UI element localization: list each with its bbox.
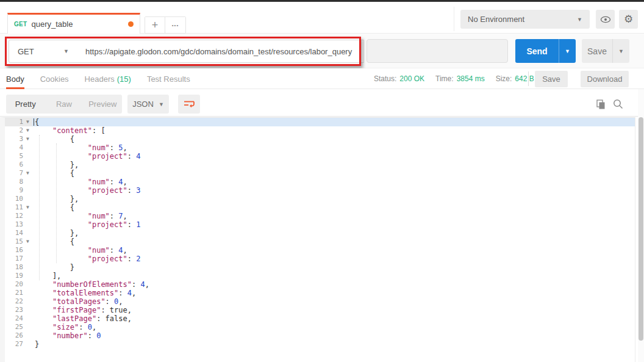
fold-spacer (23, 272, 32, 280)
tab-cookies[interactable]: Cookies (40, 68, 69, 89)
tab-method-label: GET (14, 21, 27, 27)
fold-spacer (23, 331, 32, 340)
language-dropdown[interactable]: JSON ▼ (127, 95, 169, 114)
code-line: 1▼{ (5, 118, 635, 126)
code-text: "num": 4, (32, 178, 635, 186)
more-tabs-button[interactable]: ••• (165, 17, 185, 33)
code-text: { (32, 169, 635, 178)
indent-guide (39, 135, 40, 280)
line-number: 2 (5, 126, 23, 135)
settings-button[interactable]: ⚙ (619, 10, 638, 29)
fold-toggle-icon[interactable]: ▼ (23, 135, 32, 143)
code-text: }, (32, 229, 635, 237)
wrap-lines-button[interactable] (178, 95, 200, 114)
fold-toggle-icon[interactable]: ▼ (23, 126, 32, 135)
tab-body[interactable]: Body (6, 68, 24, 89)
code-text: "num": 4, (32, 246, 635, 255)
fold-spacer (23, 280, 32, 289)
status-value: 200 OK (399, 74, 424, 83)
size-label: Size: (496, 74, 512, 83)
environment-selector[interactable]: No Environment ▼ (460, 10, 590, 29)
copy-icon (596, 100, 606, 109)
fold-spacer (23, 220, 32, 229)
code-line: 25 "size": 0, (5, 323, 635, 331)
response-meta-bar: Body Cookies Headers(15) Test Results St… (0, 68, 644, 89)
line-number: 4 (5, 143, 23, 152)
send-options-button[interactable]: ▼ (559, 39, 576, 63)
headers-count-badge: (15) (117, 74, 131, 84)
save-request-button[interactable]: Save ▼ (582, 39, 629, 63)
fold-spacer (23, 306, 32, 314)
line-number: 10 (5, 195, 23, 203)
meta-divider (528, 71, 529, 86)
save-response-button[interactable]: Save (535, 71, 568, 87)
request-tab[interactable]: GET query_table (7, 13, 140, 34)
line-number: 16 (5, 246, 23, 255)
fold-toggle-icon[interactable]: ▼ (23, 237, 32, 246)
line-number: 12 (5, 212, 23, 220)
code-text: "number": 0 (32, 331, 635, 340)
mode-raw[interactable]: Raw (45, 100, 83, 109)
scrollbar-thumb[interactable] (639, 117, 643, 341)
tab-bar: GET query_table + ••• No Environment ▼ ⚙ (0, 2, 644, 34)
download-button[interactable]: Download (581, 71, 629, 87)
code-editor-lines: 1▼{2▼ "content": [3▼ {4 "num": 5,5 "proj… (5, 118, 635, 349)
method-dropdown[interactable]: GET ▼ (9, 40, 78, 63)
fold-spacer (23, 297, 32, 306)
code-line: 9 "project": 3 (5, 186, 635, 195)
line-number: 25 (5, 323, 23, 331)
fold-spacer (23, 178, 32, 186)
tab-test-results[interactable]: Test Results (147, 68, 190, 89)
fold-spacer (23, 186, 32, 195)
search-button[interactable] (613, 99, 623, 109)
code-line: 13 "project": 1 (5, 220, 635, 229)
line-number: 8 (5, 178, 23, 186)
fold-spacer (23, 143, 32, 152)
code-text: } (32, 340, 635, 349)
line-number: 20 (5, 280, 23, 289)
search-icon (613, 99, 623, 109)
wrap-text-icon (184, 100, 195, 109)
fold-toggle-icon[interactable]: ▼ (23, 169, 32, 178)
code-text: { (32, 237, 635, 246)
postman-window: GET query_table + ••• No Environment ▼ ⚙… (0, 0, 644, 362)
fold-spacer (23, 323, 32, 331)
new-tab-button[interactable]: + (145, 17, 165, 33)
copy-button[interactable] (596, 100, 606, 109)
line-number: 17 (5, 255, 23, 263)
save-label: Save (582, 39, 613, 63)
url-input-extension[interactable] (367, 39, 508, 63)
response-body-editor[interactable]: 1▼{2▼ "content": [3▼ {4 "num": 5,5 "proj… (0, 117, 635, 362)
save-options-button[interactable]: ▼ (613, 39, 629, 63)
fold-toggle-icon[interactable]: ▼ (23, 203, 32, 212)
mode-pretty[interactable]: Pretty (6, 100, 45, 109)
code-text: "size": 0, (32, 323, 635, 331)
line-number: 5 (5, 152, 23, 161)
send-button[interactable]: Send ▼ (515, 39, 576, 63)
editor-tools (596, 95, 623, 114)
fold-spacer (23, 289, 32, 297)
code-line: 11▼ { (5, 203, 635, 212)
response-tabs: Body Cookies Headers(15) Test Results (6, 68, 190, 89)
code-text: ], (32, 272, 635, 280)
environment-preview-button[interactable] (596, 10, 615, 29)
code-line: 26 "number": 0 (5, 331, 635, 340)
code-text: "totalPages": 0, (32, 297, 635, 306)
url-input[interactable]: https://apigate.glodon.com/gdc/domains/d… (77, 40, 364, 63)
code-text: { (32, 118, 635, 126)
code-text: } (32, 263, 635, 272)
chevron-down-icon: ▼ (618, 48, 624, 54)
fold-spacer (23, 195, 32, 203)
time-value: 3854 ms (457, 74, 485, 83)
fold-toggle-icon[interactable]: ▼ (23, 118, 32, 126)
code-line: 6 }, (5, 161, 635, 169)
code-line: 14 }, (5, 229, 635, 237)
response-stats: Status:200 OK Time:3854 ms Size:642 B (374, 68, 545, 89)
code-text: "project": 4 (32, 152, 635, 161)
code-line: 5 "project": 4 (5, 152, 635, 161)
fold-spacer (23, 161, 32, 169)
method-value: GET (18, 47, 34, 56)
tab-headers[interactable]: Headers(15) (85, 68, 131, 89)
mode-preview[interactable]: Preview (84, 100, 122, 109)
code-text: "numberOfElements": 4, (32, 280, 635, 289)
